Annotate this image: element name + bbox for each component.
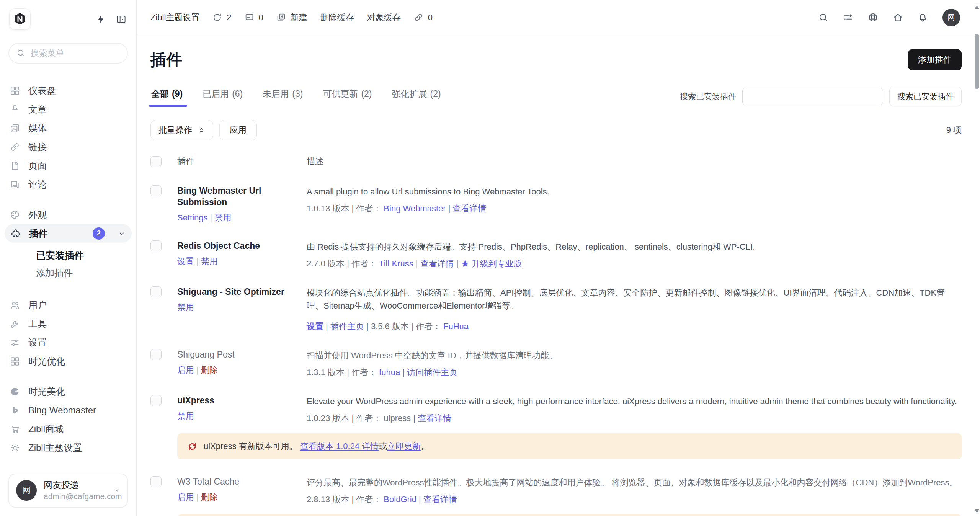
plugin-link[interactable]: BoldGrid <box>384 495 416 504</box>
updates-count-button[interactable]: 2 <box>212 13 231 23</box>
global-search-button[interactable] <box>818 12 828 23</box>
plugin-checkbox[interactable] <box>150 349 162 360</box>
sidebar-item-settings[interactable]: 设置 <box>0 333 136 352</box>
plugin-search-input[interactable] <box>742 88 883 105</box>
comments-icon <box>10 180 20 189</box>
help-button[interactable] <box>868 12 878 23</box>
plugin-link[interactable]: 查看详情 <box>418 413 451 423</box>
sidebar-item-tools[interactable]: 工具 <box>0 314 136 333</box>
chevron-down-icon <box>114 487 120 494</box>
plugin-link[interactable]: Till Krüss <box>379 259 413 268</box>
plugin-link[interactable]: 启用 <box>177 365 194 375</box>
sidebar-item-pages[interactable]: 页面 <box>0 156 136 175</box>
plugin-name: uiXpress <box>177 395 299 407</box>
plugin-checkbox[interactable] <box>150 286 162 297</box>
home-button[interactable] <box>893 12 903 23</box>
items-count: 9 项 <box>946 124 962 136</box>
sidebar-item-shiguang-optimize[interactable]: 时光优化 <box>0 352 136 371</box>
sidebar-item-plugins[interactable]: 插件2 <box>5 224 132 243</box>
plugin-link[interactable]: 设置 <box>307 322 323 331</box>
plugin-link[interactable]: 查看详情 <box>423 495 457 504</box>
plugin-search-button[interactable]: 搜索已安装插件 <box>889 87 962 106</box>
sidebar-subitem[interactable]: 已安装插件 <box>0 247 136 264</box>
user-card[interactable]: 网 网友投递 admin@cafgame.com <box>8 474 128 508</box>
sidebar-item-posts[interactable]: 文章 <box>0 100 136 119</box>
scroll-up-arrow[interactable] <box>975 5 979 9</box>
sidebar-item-users[interactable]: 用户 <box>0 296 136 314</box>
tools-icon <box>10 319 20 329</box>
sidebar-item-shiguang-beautify[interactable]: 时光美化 <box>0 382 136 401</box>
scrollbar-thumb[interactable] <box>975 34 979 89</box>
apply-button[interactable]: 应用 <box>219 120 257 140</box>
pacman-icon <box>10 387 20 397</box>
plugin-link[interactable]: fuhua <box>379 367 400 377</box>
view-version-details-link[interactable]: 查看版本 1.0.24 详情 <box>300 441 379 451</box>
plugin-link[interactable]: ★ 升级到专业版 <box>461 259 522 268</box>
plugin-link[interactable]: 禁用 <box>177 302 194 312</box>
plugin-search-label: 搜索已安装插件 <box>680 91 736 102</box>
sidebar-item-media[interactable]: 媒体 <box>0 119 136 137</box>
app-logo[interactable] <box>9 8 31 30</box>
sidebar-item-comments[interactable]: 评论 <box>0 175 136 194</box>
plugin-link[interactable]: 查看详情 <box>453 204 487 213</box>
plugin-link[interactable]: 禁用 <box>201 256 218 266</box>
plugin-checkbox[interactable] <box>150 476 162 487</box>
tab-强化扩展[interactable]: 强化扩展(2) <box>391 86 442 107</box>
plugin-checkbox[interactable] <box>150 395 162 406</box>
select-all-checkbox[interactable] <box>150 156 162 167</box>
page-icon <box>10 161 20 171</box>
links-count-button[interactable]: 0 <box>414 13 433 23</box>
tab-全部[interactable]: 全部(9) <box>150 86 183 107</box>
tab-count: (6) <box>232 89 243 99</box>
text-segment: | <box>416 495 423 504</box>
danger-link[interactable]: 删除 <box>201 365 218 375</box>
plugin-link[interactable]: 禁用 <box>214 213 231 222</box>
notifications-button[interactable] <box>918 12 928 23</box>
new-item-button[interactable]: 新建 <box>276 12 307 23</box>
account-avatar[interactable]: 网 <box>942 9 960 26</box>
search-icon <box>16 48 26 58</box>
lightning-icon[interactable] <box>96 14 106 24</box>
tab-可供更新[interactable]: 可供更新(2) <box>322 86 372 107</box>
sidebar-item-label: 文章 <box>28 103 47 116</box>
plugin-link[interactable]: 查看详情 <box>420 259 454 268</box>
preferences-button[interactable] <box>843 12 853 23</box>
topbar-theme-settings-link[interactable]: Zibll主题设置 <box>150 12 199 23</box>
plugin-link[interactable]: Settings <box>177 213 208 222</box>
plugin-link[interactable]: 启用 <box>177 492 194 502</box>
collapse-sidebar-icon[interactable] <box>116 14 126 24</box>
sidebar-item-links[interactable]: 链接 <box>0 137 136 156</box>
plugin-link[interactable]: FuHua <box>443 322 469 331</box>
plugin-link[interactable]: Bing Webmaster <box>384 204 446 213</box>
plugin-actions: Settings | 禁用 <box>177 212 299 224</box>
add-plugin-button[interactable]: 添加插件 <box>908 49 962 70</box>
sidebar-subitem[interactable]: 添加插件 <box>0 264 136 282</box>
plugin-link[interactable]: 设置 <box>177 256 194 266</box>
plugin-checkbox[interactable] <box>150 185 162 196</box>
tab-已启用[interactable]: 已启用(6) <box>202 86 243 107</box>
plugin-checkbox[interactable] <box>150 240 162 251</box>
menu-search-input[interactable] <box>8 43 128 64</box>
sidebar-item-dashboard[interactable]: 仪表盘 <box>0 81 136 100</box>
plugin-link[interactable]: 禁用 <box>177 411 194 421</box>
tabs-row: 全部(9)已启用(6)未启用(3)可供更新(2)强化扩展(2) 搜索已安装插件 … <box>150 86 962 107</box>
plugin-link[interactable]: 插件主页 <box>330 322 364 331</box>
tab-未启用[interactable]: 未启用(3) <box>262 86 304 107</box>
sidebar-item-appearance[interactable]: 外观 <box>0 205 136 224</box>
sidebar-item-zibll-store[interactable]: Zibll商城 <box>0 420 136 438</box>
plugin-meta: 1.0.23 版本 | 作者： uipress | 查看详情 <box>307 413 962 424</box>
danger-link[interactable]: 删除 <box>201 492 218 502</box>
plugins-page: 插件 添加插件 全部(9)已启用(6)未启用(3)可供更新(2)强化扩展(2) … <box>137 35 980 516</box>
scroll-down-arrow[interactable] <box>975 509 979 513</box>
plugin-link[interactable]: 访问插件主页 <box>407 367 457 377</box>
bulk-action-select[interactable]: 批量操作 <box>150 120 213 140</box>
clear-cache-button[interactable]: 删除缓存 <box>320 12 354 23</box>
sidebar-item-bing-webmaster[interactable]: Bing Webmaster <box>0 401 136 420</box>
sidebar-submenu: 已安装插件添加插件 <box>0 243 136 284</box>
update-now-link[interactable]: 立即更新 <box>387 441 421 451</box>
plugin-row: Redis Object Cache设置 | 禁用由 Redis 提供支持的持久… <box>150 231 962 277</box>
plugin-search: 搜索已安装插件 搜索已安装插件 <box>680 87 962 106</box>
comments-count-button[interactable]: 0 <box>245 13 263 23</box>
sidebar-item-zibll-theme[interactable]: Zibll主题设置 <box>0 438 136 457</box>
object-cache-button[interactable]: 对象缓存 <box>367 12 401 23</box>
